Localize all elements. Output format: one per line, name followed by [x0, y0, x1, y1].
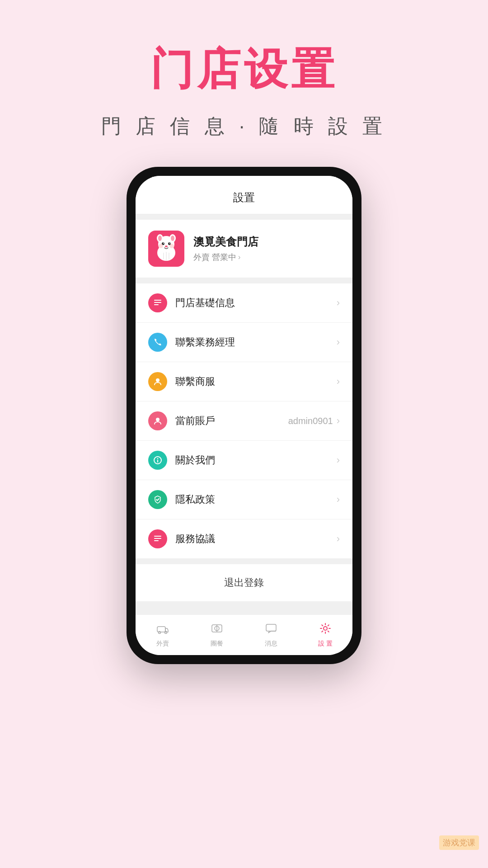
nav-label-group-meal: 團餐 [211, 640, 223, 648]
nav-item-messages[interactable]: 消息 [244, 615, 298, 655]
svg-rect-17 [154, 302, 161, 303]
svg-rect-27 [157, 627, 165, 632]
menu-item-privacy-policy[interactable]: 隱私政策 › [136, 480, 352, 519]
menu-label-contact-service: 聯繫商服 [175, 375, 337, 388]
menu-icon-privacy-policy [148, 490, 167, 509]
svg-point-5 [171, 236, 174, 241]
settings-icon [319, 622, 332, 638]
svg-rect-24 [154, 536, 161, 537]
menu-chevron-contact-service: › [337, 376, 340, 387]
logout-label: 退出登錄 [224, 577, 264, 588]
menu-section: 門店基礎信息 › 聯繫業務經理 › 聯繫商服 › [136, 283, 352, 559]
menu-item-about-us[interactable]: 關於我們 › [136, 441, 352, 480]
menu-label-basic-info: 門店基礎信息 [175, 296, 337, 310]
squirrel-icon [150, 232, 183, 265]
nav-label-messages: 消息 [265, 640, 277, 648]
menu-item-current-account[interactable]: 當前賬戶 admin0901 › [136, 401, 352, 441]
store-card[interactable]: 澳覓美食門店 外賣 營業中 › [136, 220, 352, 278]
nav-label-delivery: 外賣 [156, 640, 169, 648]
store-name: 澳覓美食門店 [193, 235, 258, 249]
svg-point-9 [169, 243, 170, 244]
messages-icon [265, 622, 277, 638]
svg-point-34 [324, 627, 327, 630]
group-meal-icon [211, 622, 223, 638]
svg-point-11 [159, 244, 163, 248]
nav-item-delivery[interactable]: 外賣 [136, 615, 190, 655]
delivery-icon [156, 622, 169, 638]
menu-chevron-basic-info: › [337, 297, 340, 309]
menu-icon-current-account [148, 411, 167, 430]
store-status-chevron: › [238, 253, 240, 261]
screen-title: 設置 [233, 191, 255, 203]
svg-rect-22 [157, 460, 158, 462]
menu-label-service-agreement: 服務協議 [175, 532, 337, 546]
menu-icon-about-us [148, 451, 167, 470]
menu-icon-basic-info [148, 293, 167, 312]
page-subtitle: 門 店 信 息 · 隨 時 設 置 [101, 113, 387, 140]
menu-icon-contact-manager [148, 333, 167, 352]
menu-item-service-agreement[interactable]: 服務協議 › [136, 519, 352, 559]
logout-section[interactable]: 退出登錄 [136, 564, 352, 601]
store-logo [148, 231, 184, 267]
svg-rect-33 [266, 624, 276, 631]
store-status[interactable]: 外賣 營業中 › [193, 252, 258, 263]
svg-rect-25 [154, 538, 161, 539]
bottom-nav: 外賣 團餐 消息 [136, 614, 352, 655]
svg-point-28 [159, 632, 161, 634]
menu-item-basic-info[interactable]: 門店基礎信息 › [136, 283, 352, 323]
menu-chevron-privacy-policy: › [337, 494, 340, 505]
menu-label-contact-manager: 聯繫業務經理 [175, 335, 337, 349]
svg-point-29 [165, 632, 167, 634]
menu-chevron-contact-manager: › [337, 336, 340, 348]
svg-point-12 [169, 244, 174, 248]
menu-item-contact-service[interactable]: 聯繫商服 › [136, 362, 352, 401]
empty-section [136, 601, 352, 614]
nav-item-group-meal[interactable]: 團餐 [190, 615, 244, 655]
menu-label-about-us: 關於我們 [175, 453, 337, 467]
svg-point-8 [163, 243, 164, 244]
svg-point-23 [157, 458, 158, 459]
watermark: 游戏党课 [439, 835, 479, 850]
nav-item-settings[interactable]: 設 置 [298, 615, 352, 655]
menu-chevron-service-agreement: › [337, 533, 340, 545]
svg-rect-18 [154, 304, 159, 305]
phone-frame: 設置 [127, 167, 361, 664]
nav-label-settings: 設 置 [318, 640, 333, 648]
store-info: 澳覓美食門店 外賣 營業中 › [193, 235, 258, 263]
page-title: 门店设置 [150, 41, 338, 99]
menu-icon-service-agreement [148, 529, 167, 548]
svg-point-4 [158, 236, 162, 241]
svg-point-20 [156, 418, 160, 421]
svg-rect-26 [154, 540, 159, 541]
menu-item-contact-manager[interactable]: 聯繫業務經理 › [136, 323, 352, 362]
screen-header: 設置 [136, 176, 352, 214]
svg-point-19 [156, 378, 160, 382]
page-background: 门店设置 門 店 信 息 · 隨 時 設 置 設置 [0, 0, 488, 868]
menu-label-current-account: 當前賬戶 [175, 414, 288, 428]
svg-rect-16 [154, 300, 161, 301]
menu-value-current-account: admin0901 [288, 416, 333, 426]
menu-label-privacy-policy: 隱私政策 [175, 493, 337, 506]
menu-chevron-about-us: › [337, 454, 340, 466]
svg-point-10 [165, 245, 168, 247]
menu-chevron-current-account: › [337, 415, 340, 427]
phone-screen: 設置 [136, 176, 352, 655]
menu-icon-contact-service [148, 372, 167, 391]
